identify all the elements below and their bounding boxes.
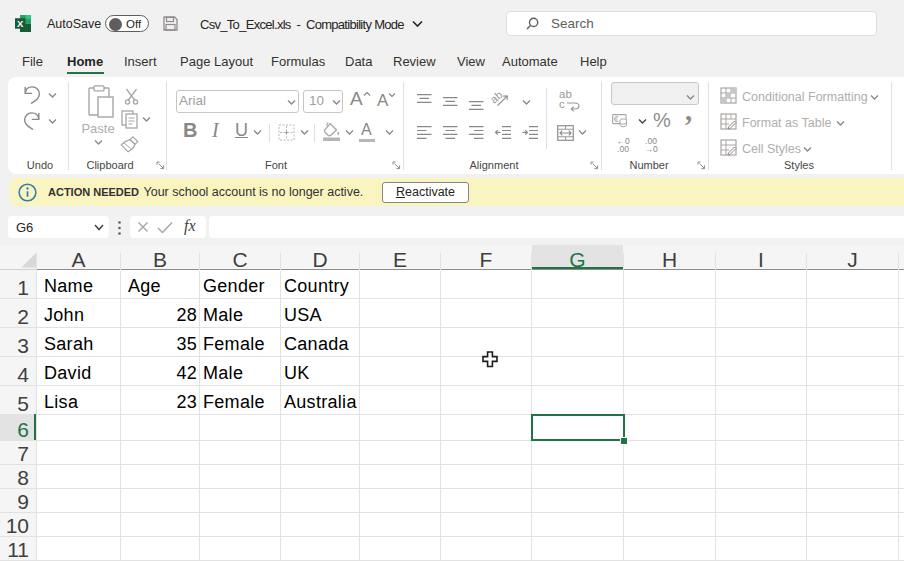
svg-text:X: X <box>17 18 24 29</box>
